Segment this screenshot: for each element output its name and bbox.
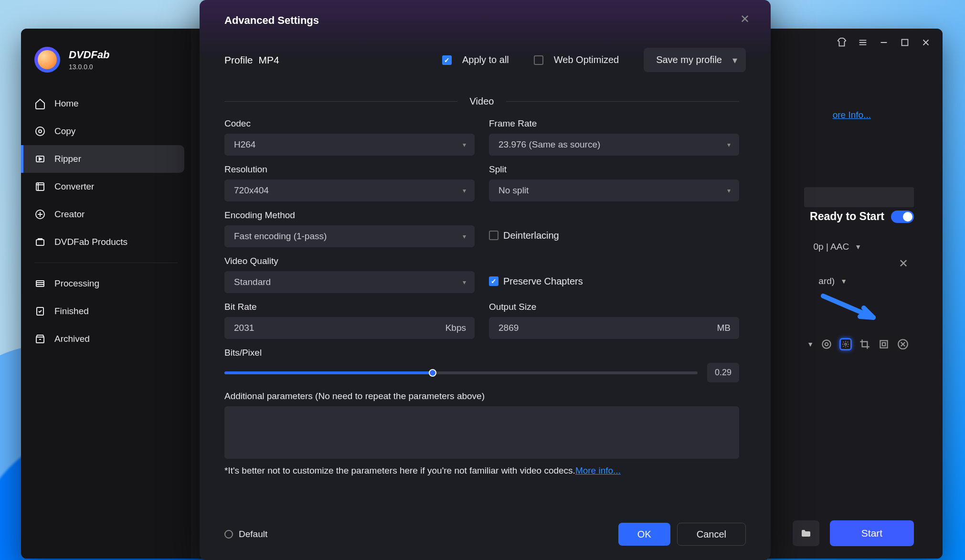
more-info-link[interactable]: ore Info... — [833, 110, 871, 120]
outputsize-label: Output Size — [489, 302, 739, 312]
menu-icon[interactable] — [858, 37, 868, 48]
default-radio[interactable] — [224, 530, 233, 539]
additional-params-label: Additional parameters (No need to repeat… — [224, 391, 739, 402]
brand-name: DVDFab — [69, 49, 110, 61]
deinterlacing-checkbox[interactable] — [489, 231, 498, 240]
deinterlacing-label: Deinterlacing — [503, 230, 559, 241]
web-optimized-label: Web Optimized — [554, 54, 619, 65]
maximize-icon[interactable] — [900, 37, 910, 48]
bitrate-unit: Kbps — [445, 323, 466, 333]
svg-point-1 — [39, 130, 42, 133]
bitspixel-value: 0.29 — [707, 363, 739, 382]
additional-params-input[interactable] — [224, 406, 739, 459]
svg-rect-13 — [880, 340, 887, 348]
minimize-icon[interactable] — [879, 37, 889, 48]
converter-icon — [34, 181, 46, 192]
resolution-label: Resolution — [224, 164, 475, 175]
resolution-value: 720x404 — [234, 185, 269, 196]
more-info-link[interactable]: More info... — [575, 465, 621, 475]
sidebar-item-copy[interactable]: Copy — [21, 117, 191, 145]
expand-icon[interactable] — [878, 338, 890, 350]
sidebar-label: Converter — [54, 181, 94, 192]
apply-to-all-checkbox[interactable] — [442, 55, 452, 65]
svg-rect-3 — [36, 183, 44, 190]
sidebar-label: Creator — [54, 209, 85, 220]
sidebar-label: Home — [54, 98, 79, 109]
preserve-chapters-label: Preserve Chapters — [503, 276, 583, 287]
sidebar-label: Archived — [54, 334, 90, 344]
default-label: Default — [239, 529, 267, 539]
target-icon[interactable] — [820, 338, 833, 350]
close-icon[interactable] — [921, 37, 931, 48]
quality-select[interactable]: Standard — [224, 271, 475, 293]
sidebar-item-finished[interactable]: Finished — [21, 297, 191, 325]
framerate-value: 23.976 (Same as source) — [498, 139, 600, 150]
video-section-label: Video — [457, 96, 507, 107]
input-partial[interactable] — [804, 187, 914, 207]
cancel-button[interactable]: Cancel — [677, 523, 746, 546]
encoding-select[interactable]: Fast encoding (1-pass) — [224, 225, 475, 247]
archived-icon — [34, 333, 46, 345]
dialog-title: Advanced Settings — [224, 14, 746, 27]
save-profile-label: Save my profile — [656, 54, 722, 65]
bitrate-value: 2031 — [234, 323, 254, 333]
svg-point-10 — [822, 340, 830, 348]
apply-to-all-label: Apply to all — [462, 54, 509, 65]
svg-point-0 — [36, 127, 44, 136]
quality-value: Standard — [234, 277, 271, 287]
brand-logo-icon — [34, 47, 60, 73]
encoding-label: Encoding Method — [224, 210, 475, 221]
sidebar-label: Finished — [54, 306, 89, 317]
output-folder-button[interactable] — [793, 520, 819, 546]
encoding-value: Fast encoding (1-pass) — [234, 231, 327, 242]
ok-button[interactable]: OK — [618, 523, 670, 546]
save-profile-button[interactable]: Save my profile — [644, 48, 746, 72]
sidebar-item-products[interactable]: DVDFab Products — [21, 228, 191, 256]
web-optimized-checkbox[interactable] — [534, 55, 543, 65]
crop-icon[interactable] — [859, 338, 871, 350]
copy-icon — [34, 126, 46, 137]
hint-text: *It's better not to customize the parame… — [224, 465, 575, 475]
bitrate-input[interactable]: 2031 Kbps — [224, 317, 475, 339]
framerate-select[interactable]: 23.976 (Same as source) — [489, 134, 739, 156]
brand-version: 13.0.0.0 — [69, 63, 110, 71]
quality-label: Video Quality — [224, 256, 475, 266]
outputsize-input[interactable]: 2869 MB — [489, 317, 739, 339]
resolution-select[interactable]: 720x404 — [224, 180, 475, 201]
codec-value: H264 — [234, 139, 255, 150]
profile-label: Profile — [224, 54, 253, 66]
home-icon — [34, 98, 46, 109]
chevron-down-icon[interactable]: ▼ — [807, 340, 814, 348]
svg-rect-5 — [36, 240, 44, 245]
sidebar-item-ripper[interactable]: Ripper — [21, 145, 184, 173]
sidebar: DVDFab 13.0.0.0 Home Copy Ripper Convert… — [21, 29, 191, 559]
sidebar-item-home[interactable]: Home — [21, 90, 191, 117]
bitrate-label: Bit Rate — [224, 302, 475, 312]
ready-to-start-label: Ready to Start — [810, 210, 884, 223]
chevron-down-icon[interactable]: ▼ — [840, 277, 847, 285]
products-icon — [34, 236, 46, 248]
shirt-icon[interactable] — [837, 37, 847, 48]
finished-icon — [34, 306, 46, 317]
profile-value: MP4 — [259, 54, 279, 66]
sidebar-item-creator[interactable]: Creator — [21, 201, 191, 228]
close-icon[interactable]: ✕ — [740, 12, 750, 26]
quality-chip: ard) — [818, 276, 835, 286]
ready-toggle[interactable] — [891, 211, 914, 223]
codec-select[interactable]: H264 — [224, 134, 475, 156]
sidebar-label: Processing — [54, 278, 99, 289]
arrow-annotation-icon — [821, 294, 878, 322]
sidebar-item-converter[interactable]: Converter — [21, 173, 191, 201]
cancel-circle-icon[interactable] — [897, 338, 909, 350]
creator-icon — [34, 209, 46, 220]
start-button[interactable]: Start — [830, 520, 914, 546]
gear-icon[interactable] — [839, 338, 852, 350]
sidebar-item-processing[interactable]: Processing — [21, 270, 191, 297]
remove-item-icon[interactable]: ✕ — [899, 257, 908, 270]
bitspixel-slider[interactable] — [224, 371, 698, 374]
split-select[interactable]: No split — [489, 180, 739, 201]
sidebar-label: Ripper — [54, 154, 81, 164]
chevron-down-icon[interactable]: ▼ — [855, 243, 861, 251]
sidebar-item-archived[interactable]: Archived — [21, 325, 191, 353]
preserve-chapters-checkbox[interactable] — [489, 276, 498, 286]
